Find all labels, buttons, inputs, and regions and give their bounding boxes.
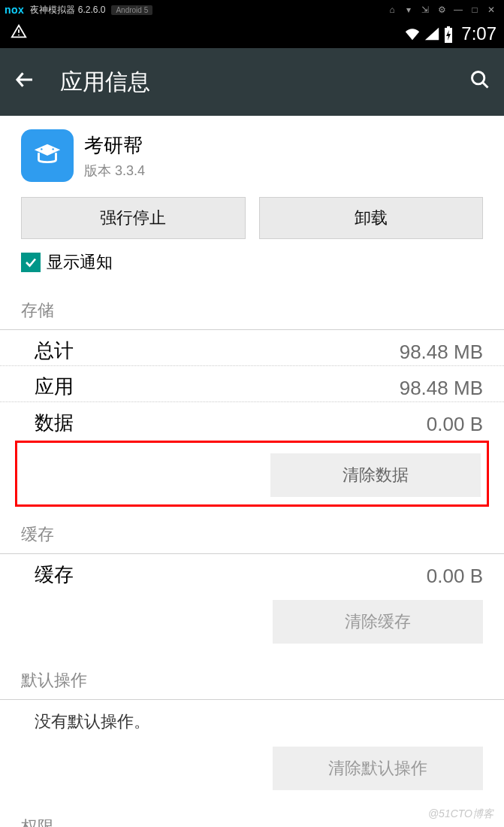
cache-header: 缓存: [0, 514, 504, 554]
clear-defaults-button[interactable]: 清除默认操作: [273, 747, 483, 790]
warning-icon: [11, 23, 27, 44]
checkbox-checked-icon[interactable]: [21, 253, 41, 272]
battery-charging-icon: [443, 26, 454, 42]
down-icon[interactable]: ▾: [400, 5, 417, 15]
page-title: 应用信息: [60, 67, 469, 98]
clear-cache-button[interactable]: 清除缓存: [273, 600, 483, 644]
cache-row: 缓存 0.00 B: [0, 554, 504, 589]
search-icon[interactable]: [469, 69, 490, 95]
emulator-title: 夜神模拟器 6.2.6.0: [30, 4, 105, 17]
app-top-bar: 应用信息: [0, 48, 504, 116]
storage-app-row: 应用 98.48 MB: [0, 366, 504, 402]
clear-data-button[interactable]: 清除数据: [270, 453, 481, 497]
close-button[interactable]: ✕: [483, 5, 499, 15]
minimize-button[interactable]: —: [450, 5, 466, 15]
app-icon: [21, 129, 74, 182]
back-button[interactable]: [14, 68, 36, 96]
storage-app-value: 98.48 MB: [400, 377, 483, 400]
svg-point-6: [41, 148, 42, 150]
cache-label: 缓存: [35, 562, 74, 588]
storage-total-label: 总计: [35, 338, 74, 364]
action-row: 强行停止 卸载: [0, 197, 504, 250]
wifi-icon: [404, 26, 421, 41]
storage-app-label: 应用: [35, 374, 74, 400]
watermark: @51CTO博客: [428, 807, 493, 821]
cache-value: 0.00 B: [427, 565, 483, 588]
maximize-button[interactable]: □: [466, 5, 483, 15]
nox-logo: nox: [5, 4, 24, 16]
storage-data-label: 数据: [35, 410, 74, 436]
pin-icon[interactable]: ⇲: [417, 5, 433, 15]
svg-point-4: [472, 71, 484, 83]
storage-header: 存储: [0, 290, 504, 330]
android-version-badge: Android 5: [111, 5, 152, 15]
status-clock: 7:07: [461, 23, 496, 44]
storage-total-value: 98.48 MB: [400, 341, 483, 364]
storage-data-row: 数据 0.00 B: [0, 402, 504, 438]
svg-rect-3: [447, 26, 450, 29]
uninstall-button[interactable]: 卸载: [259, 197, 484, 239]
show-notifications-label: 显示通知: [47, 251, 113, 274]
emulator-title-bar: nox 夜神模拟器 6.2.6.0 Android 5 ⌂ ▾ ⇲ ⚙ — □ …: [0, 0, 504, 20]
home-icon[interactable]: ⌂: [384, 5, 400, 15]
show-notifications-row[interactable]: 显示通知: [0, 250, 504, 283]
svg-line-5: [483, 82, 488, 87]
storage-data-value: 0.00 B: [427, 413, 483, 436]
svg-point-1: [18, 35, 20, 36]
force-stop-button[interactable]: 强行停止: [21, 197, 246, 239]
defaults-header: 默认操作: [0, 660, 504, 700]
defaults-none-text: 没有默认操作。: [0, 700, 504, 736]
android-status-bar: 7:07: [0, 20, 504, 48]
app-name: 考研帮: [84, 132, 145, 159]
app-version: 版本 3.3.4: [84, 162, 145, 180]
clear-data-highlight: 清除数据: [15, 441, 489, 507]
svg-point-7: [52, 148, 53, 150]
settings-icon[interactable]: ⚙: [433, 5, 450, 15]
signal-icon: [424, 26, 440, 41]
app-header: 考研帮 版本 3.3.4: [0, 116, 504, 197]
storage-total-row: 总计 98.48 MB: [0, 330, 504, 366]
